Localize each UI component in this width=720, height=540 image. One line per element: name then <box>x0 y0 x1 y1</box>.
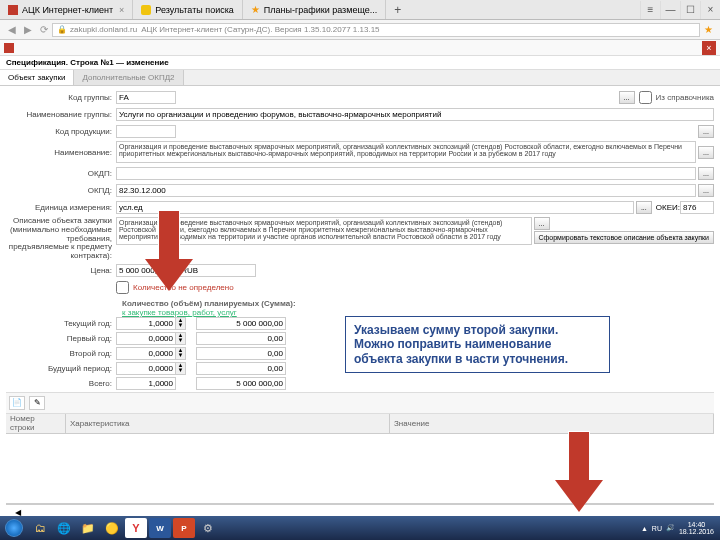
label-current-year: Текущий год: <box>6 319 116 328</box>
input-kod-gruppy[interactable]: FA <box>116 91 176 104</box>
new-tab-button[interactable]: + <box>386 3 409 17</box>
stepper-first[interactable]: ▲▼ <box>176 332 186 345</box>
tab-object[interactable]: Объект закупки <box>0 70 74 85</box>
tray-network-icon[interactable]: 🔊 <box>666 524 675 532</box>
taskbar-icon-explorer[interactable]: 🗂 <box>29 518 51 538</box>
tab-label: Планы-графики размеще... <box>264 5 377 15</box>
lookup-okpd[interactable]: ... <box>698 184 714 197</box>
taskbar-clock[interactable]: 14:40 18.12.2016 <box>679 521 714 535</box>
tab-label: Результаты поиска <box>155 5 233 15</box>
maximize-button[interactable]: ☐ <box>680 1 700 19</box>
tab-okpd2[interactable]: Дополнительные ОКПД2 <box>74 70 183 85</box>
url-field[interactable]: 🔒 zakupki.donland.ru АЦК Интернет-клиент… <box>52 23 700 37</box>
tray-lang[interactable]: RU <box>652 525 662 532</box>
windows-orb-icon <box>5 519 23 537</box>
close-window-button[interactable]: × <box>700 1 720 19</box>
input-kod-prod[interactable] <box>116 125 176 138</box>
input-price[interactable]: 5 000 000,00000 RUB <box>116 264 256 277</box>
label-future: Будущий период: <box>6 364 116 373</box>
stepper-second[interactable]: ▲▼ <box>176 347 186 360</box>
textarea-desc[interactable]: Организация и проведение выставочных ярм… <box>116 141 696 163</box>
label-qty-undefined: Количество не определено <box>133 283 234 292</box>
stepper-future[interactable]: ▲▼ <box>176 362 186 375</box>
label-ei: Единица измерения: <box>6 203 116 212</box>
label-okdp: ОКДП: <box>6 169 116 178</box>
qty-total: 1,0000 <box>116 377 176 390</box>
lookup-button-prod[interactable]: ... <box>698 125 714 138</box>
inner-close-button[interactable]: × <box>702 41 716 55</box>
bookmark-icon[interactable]: ★ <box>700 24 716 35</box>
qty-second[interactable]: 0,0000 <box>116 347 176 360</box>
expand-button[interactable]: ... <box>698 146 714 159</box>
taskbar-icon-browser[interactable]: 🌐 <box>53 518 75 538</box>
taskbar-icon-chrome[interactable]: 🟡 <box>101 518 123 538</box>
lock-icon: 🔒 <box>57 25 67 34</box>
sum-first[interactable]: 0,00 <box>196 332 286 345</box>
textarea-desc2[interactable]: Организация и проведение выставочных ярм… <box>116 217 532 245</box>
generate-desc-button[interactable]: Сформировать текстовое описание объекта … <box>534 231 715 244</box>
lookup-button[interactable]: ... <box>619 91 635 104</box>
taskbar-icon-folder[interactable]: 📁 <box>77 518 99 538</box>
col-number[interactable]: Номер строки <box>6 414 66 433</box>
label-price: Цена: <box>6 266 116 275</box>
col-value[interactable]: Значение <box>390 414 714 433</box>
taskbar: 🗂 🌐 📁 🟡 Y W P ⚙ ▲ RU 🔊 14:40 18.12.2016 <box>0 516 720 540</box>
taskbar-icon-powerpoint[interactable]: P <box>173 518 195 538</box>
label-first-year: Первый год: <box>6 334 116 343</box>
inner-window-title: × <box>0 40 720 56</box>
browser-tab-1[interactable]: АЦК Интернет-клиент × <box>0 0 133 19</box>
label-kod-gruppy: Код группы: <box>6 93 116 102</box>
forward-button[interactable]: ▶ <box>20 24 36 35</box>
input-okei[interactable]: 876 <box>680 201 714 214</box>
menu-icon[interactable]: ≡ <box>640 1 660 19</box>
col-characteristic[interactable]: Характеристика <box>66 414 390 433</box>
qty-current[interactable]: 1,0000 <box>116 317 176 330</box>
clock-time: 14:40 <box>679 521 714 528</box>
favicon-app-icon <box>8 5 18 15</box>
spec-tabs: Объект закупки Дополнительные ОКПД2 <box>0 70 720 86</box>
lookup-okdp[interactable]: ... <box>698 167 714 180</box>
label-total: Всего: <box>6 379 116 388</box>
input-okdp[interactable] <box>116 167 696 180</box>
window-controls: ≡ — ☐ × <box>640 1 720 19</box>
sum-future[interactable]: 0,00 <box>196 362 286 375</box>
favicon-search-icon <box>141 5 151 15</box>
input-ei[interactable]: усл.ед <box>116 201 634 214</box>
input-name-group[interactable]: Услуги по организации и проведению форум… <box>116 108 714 121</box>
taskbar-icon-app[interactable]: ⚙ <box>197 518 219 538</box>
new-row-icon[interactable]: 📄 <box>9 396 25 410</box>
grid-toolbar: 📄 ✎ <box>6 392 714 414</box>
stepper-current[interactable]: ▲▼ <box>176 317 186 330</box>
form-area: Код группы: FA ... Из справочника Наимен… <box>0 86 720 524</box>
checkbox-qty-undefined[interactable] <box>116 281 129 294</box>
tray-flag-icon[interactable]: ▲ <box>641 525 648 532</box>
grid-header: Номер строки Характеристика Значение <box>6 414 714 434</box>
edit-row-icon[interactable]: ✎ <box>29 396 45 410</box>
financing-header: Количество (объём) планируемых (Сумма): <box>122 299 714 308</box>
qty-future[interactable]: 0,0000 <box>116 362 176 375</box>
back-button[interactable]: ◀ <box>4 24 20 35</box>
sum-current[interactable]: 5 000 000,00 <box>196 317 286 330</box>
url-text: zakupki.donland.ru <box>70 25 137 34</box>
taskbar-icon-word[interactable]: W <box>149 518 171 538</box>
close-icon[interactable]: × <box>119 5 124 15</box>
label-from-directory: Из справочника <box>656 93 714 102</box>
label-kod-prod: Код продукции: <box>6 127 116 136</box>
label-okpd: ОКПД: <box>6 186 116 195</box>
expand-desc2[interactable]: ... <box>534 217 550 230</box>
lookup-ei[interactable]: ... <box>636 201 652 214</box>
start-button[interactable] <box>0 516 28 540</box>
minimize-button[interactable]: — <box>660 1 680 19</box>
annotation-text: Указываем сумму второй закупки. Можно по… <box>345 316 610 373</box>
taskbar-icon-yandex[interactable]: Y <box>125 518 147 538</box>
input-okpd[interactable]: 82.30.12.000 <box>116 184 696 197</box>
browser-tab-2[interactable]: Результаты поиска <box>133 0 242 19</box>
qty-first[interactable]: 0,0000 <box>116 332 176 345</box>
system-tray: ▲ RU 🔊 14:40 18.12.2016 <box>641 521 720 535</box>
sum-second[interactable]: 0,00 <box>196 347 286 360</box>
label-name-group: Наименование группы: <box>6 110 116 119</box>
label-second-year: Второй год: <box>6 349 116 358</box>
reload-button[interactable]: ⟳ <box>36 24 52 35</box>
checkbox-from-directory[interactable] <box>639 91 652 104</box>
browser-tab-3[interactable]: ★ Планы-графики размеще... <box>243 0 386 19</box>
